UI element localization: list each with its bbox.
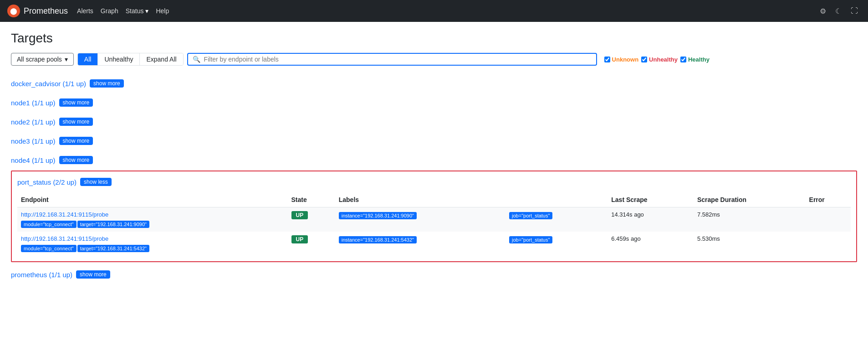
cell-endpoint: http://192.168.31.241:9115/probemodule="… bbox=[17, 232, 288, 256]
cell-state: UP bbox=[288, 207, 335, 232]
cell-error bbox=[806, 207, 851, 232]
fullscreen-icon-btn[interactable]: ⛶ bbox=[848, 5, 861, 17]
cell-labels-2: job="port_status" bbox=[505, 232, 608, 256]
scrape-pools-dropdown[interactable]: All scrape pools ▾ bbox=[11, 53, 74, 66]
pool-docker-cadvisor: docker_cadvisor (1/1 up) show more bbox=[11, 75, 857, 92]
pool-prometheus: prometheus (1/1 up) show more bbox=[11, 266, 857, 283]
cell-last-scrape: 14.314s ago bbox=[608, 207, 694, 232]
app-logo: ⬤ bbox=[7, 5, 20, 17]
pool-node4-toggle[interactable]: show more bbox=[59, 156, 93, 164]
endpoint-label-tag: target="192.168.31.241:5432" bbox=[77, 245, 149, 252]
cell-labels-2: job="port_status" bbox=[505, 207, 608, 232]
nav-graph[interactable]: Graph bbox=[101, 7, 118, 15]
filter-expand-all-btn[interactable]: Expand All bbox=[140, 53, 183, 65]
search-input[interactable] bbox=[204, 56, 592, 63]
main-content: Targets All scrape pools ▾ All Unhealthy… bbox=[0, 22, 868, 294]
pool-prometheus-link[interactable]: prometheus (1/1 up) bbox=[11, 271, 72, 279]
search-icon: 🔍 bbox=[193, 56, 200, 63]
filter-group: All Unhealthy Expand All bbox=[77, 53, 184, 66]
cell-error bbox=[806, 232, 851, 256]
col-last-scrape: Last Scrape bbox=[608, 192, 694, 207]
endpoint-link[interactable]: http://192.168.31.241:9115/probe bbox=[21, 235, 284, 242]
filter-unhealthy-btn[interactable]: Unhealthy bbox=[98, 53, 140, 65]
navbar: ⬤ Prometheus Alerts Graph Status ▾ Help … bbox=[0, 0, 868, 22]
dropdown-caret-icon: ▾ bbox=[65, 56, 68, 63]
pool-node3-toggle[interactable]: show more bbox=[59, 137, 93, 145]
targets-table-body: http://192.168.31.241:9115/probemodule="… bbox=[17, 207, 851, 256]
pool-node2-link[interactable]: node2 (1/1 up) bbox=[11, 118, 56, 126]
state-badge: UP bbox=[291, 235, 308, 243]
navbar-right: ⚙ ☾ ⛶ bbox=[817, 5, 861, 17]
theme-icon-btn[interactable]: ☾ bbox=[832, 5, 844, 17]
pool-port-status-expanded: port_status (2/2 up) show less Endpoint … bbox=[11, 171, 857, 262]
endpoint-label-tag: module="tcp_connect" bbox=[21, 221, 77, 228]
pool-node1-header: node1 (1/1 up) show more bbox=[11, 96, 857, 109]
col-error: Error bbox=[806, 192, 851, 207]
unknown-label: Unknown bbox=[612, 56, 639, 63]
nav-alerts[interactable]: Alerts bbox=[77, 7, 93, 15]
label-tag[interactable]: job="port_status" bbox=[509, 212, 552, 219]
unhealthy-label: Unhealthy bbox=[649, 56, 678, 63]
cell-labels-1: instance="192.168.31.241:9090" bbox=[335, 207, 505, 232]
pool-node4-link[interactable]: node4 (1/1 up) bbox=[11, 156, 56, 164]
cell-labels-1: instance="192.168.31.241:5432" bbox=[335, 232, 505, 256]
pool-docker-cadvisor-header: docker_cadvisor (1/1 up) show more bbox=[11, 77, 857, 90]
pool-node3-link[interactable]: node3 (1/1 up) bbox=[11, 137, 56, 145]
endpoint-label-tag: module="tcp_connect" bbox=[21, 245, 77, 252]
pool-node4-header: node4 (1/1 up) show more bbox=[11, 153, 857, 167]
cell-scrape-duration: 7.582ms bbox=[694, 207, 806, 232]
col-endpoint: Endpoint bbox=[17, 192, 288, 207]
nav-help[interactable]: Help bbox=[156, 7, 169, 15]
cell-endpoint: http://192.168.31.241:9115/probemodule="… bbox=[17, 207, 288, 232]
unknown-checkbox[interactable] bbox=[604, 57, 610, 62]
table-header: Endpoint State Labels Last Scrape Scrape… bbox=[17, 192, 851, 207]
endpoint-label-tag: target="192.168.31.241:9090" bbox=[77, 221, 149, 228]
cell-scrape-duration: 5.530ms bbox=[694, 232, 806, 256]
nav-links: Alerts Graph Status ▾ Help bbox=[77, 7, 169, 15]
unhealthy-checkbox-label[interactable]: Unhealthy bbox=[641, 56, 678, 63]
label-tag[interactable]: instance="192.168.31.241:9090" bbox=[339, 212, 417, 219]
brand: ⬤ Prometheus bbox=[7, 5, 68, 17]
table-row: http://192.168.31.241:9115/probemodule="… bbox=[17, 207, 851, 232]
unknown-checkbox-label[interactable]: Unknown bbox=[604, 56, 639, 63]
filter-all-btn[interactable]: All bbox=[78, 53, 98, 65]
table-row: http://192.168.31.241:9115/probemodule="… bbox=[17, 232, 851, 256]
pool-docker-cadvisor-link[interactable]: docker_cadvisor (1/1 up) bbox=[11, 80, 86, 88]
pool-prometheus-header: prometheus (1/1 up) show more bbox=[11, 268, 857, 281]
cell-last-scrape: 6.459s ago bbox=[608, 232, 694, 256]
healthy-checkbox[interactable] bbox=[680, 57, 686, 62]
pool-node2-header: node2 (1/1 up) show more bbox=[11, 115, 857, 129]
pool-prometheus-toggle[interactable]: show more bbox=[76, 270, 110, 279]
cell-state: UP bbox=[288, 232, 335, 256]
label-tag[interactable]: job="port_status" bbox=[509, 236, 552, 243]
pool-port-status-link[interactable]: port_status (2/2 up) bbox=[17, 178, 77, 186]
col-scrape-duration: Scrape Duration bbox=[694, 192, 806, 207]
app-name: Prometheus bbox=[24, 6, 68, 16]
search-box: 🔍 bbox=[187, 53, 597, 66]
healthy-checkbox-label[interactable]: Healthy bbox=[680, 56, 710, 63]
pool-node2-toggle[interactable]: show more bbox=[59, 118, 93, 126]
col-labels: Labels bbox=[335, 192, 505, 207]
endpoint-link[interactable]: http://192.168.31.241:9115/probe bbox=[21, 211, 284, 218]
targets-table: Endpoint State Labels Last Scrape Scrape… bbox=[17, 192, 851, 256]
pool-node1-link[interactable]: node1 (1/1 up) bbox=[11, 99, 56, 107]
status-badges: Unknown Unhealthy Healthy bbox=[604, 56, 710, 63]
pool-node4: node4 (1/1 up) show more bbox=[11, 151, 857, 169]
pool-node2: node2 (1/1 up) show more bbox=[11, 113, 857, 130]
nav-status[interactable]: Status bbox=[126, 7, 144, 15]
toolbar: All scrape pools ▾ All Unhealthy Expand … bbox=[11, 53, 857, 66]
pool-node1: node1 (1/1 up) show more bbox=[11, 94, 857, 111]
pool-node1-toggle[interactable]: show more bbox=[59, 98, 93, 107]
state-badge: UP bbox=[291, 211, 308, 219]
col-labels2 bbox=[505, 192, 608, 207]
pool-node3-header: node3 (1/1 up) show more bbox=[11, 134, 857, 148]
col-state: State bbox=[288, 192, 335, 207]
healthy-label: Healthy bbox=[688, 56, 710, 63]
page-title: Targets bbox=[11, 31, 857, 46]
pool-port-status-toggle[interactable]: show less bbox=[80, 178, 112, 186]
pool-node3: node3 (1/1 up) show more bbox=[11, 132, 857, 150]
unhealthy-checkbox[interactable] bbox=[641, 57, 647, 62]
settings-icon-btn[interactable]: ⚙ bbox=[817, 5, 829, 17]
label-tag[interactable]: instance="192.168.31.241:5432" bbox=[339, 236, 417, 243]
pool-docker-cadvisor-toggle[interactable]: show more bbox=[90, 79, 124, 88]
